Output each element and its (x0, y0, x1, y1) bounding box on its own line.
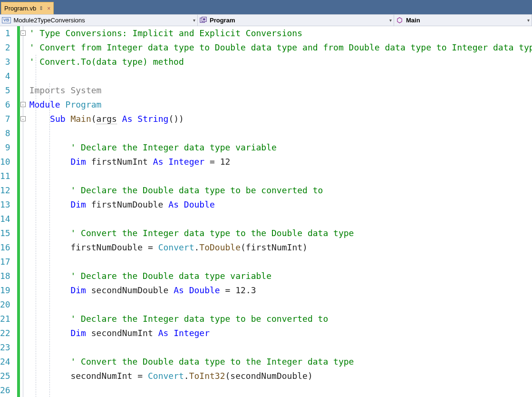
code-navigation-bar: VB Module2TypeConversions ▾ Program ▾ Ma… (0, 14, 532, 26)
code-line[interactable]: ' Declare the Double data type variable (29, 269, 532, 283)
vb-file-icon: VB (2, 17, 11, 23)
code-line[interactable]: Module Program (29, 98, 532, 112)
pin-icon[interactable]: ⇕ (39, 5, 43, 11)
outline-toggle[interactable]: - (20, 102, 26, 107)
line-number: 24 (0, 355, 10, 369)
code-line[interactable]: ' Declare the Integer data type variable (29, 140, 532, 155)
code-line[interactable]: ' Convert from Integer data type to Doub… (29, 40, 532, 55)
nav-class-dropdown[interactable]: Program ▾ (198, 15, 394, 26)
code-line[interactable]: ' Type Conversions: Implicit and Explici… (29, 26, 532, 40)
code-line[interactable]: ' Declare the Double data type to be con… (29, 183, 532, 198)
code-line[interactable] (29, 255, 532, 269)
line-number: 14 (0, 212, 10, 226)
line-number: 21 (0, 312, 10, 326)
line-number: 8 (0, 126, 10, 140)
nav-member-dropdown[interactable]: Main ▾ (394, 15, 532, 26)
code-line[interactable] (29, 126, 532, 140)
line-number: 20 (0, 298, 10, 312)
line-number: 9 (0, 140, 10, 155)
method-icon (396, 17, 403, 24)
line-number: 22 (0, 326, 10, 340)
line-number: 26 (0, 383, 10, 397)
code-line[interactable]: ' Convert the Integer data type to the D… (29, 226, 532, 240)
tab-filename: Program.vb (4, 5, 36, 12)
line-number: 1 (0, 26, 10, 40)
outline-toggle[interactable]: - (20, 30, 26, 36)
code-line[interactable]: Dim firstNumDouble As Double (29, 198, 532, 212)
code-line[interactable] (29, 169, 532, 183)
line-number: 15 (0, 226, 10, 240)
chevron-down-icon: ▾ (387, 18, 392, 23)
code-line[interactable] (29, 298, 532, 312)
code-line[interactable]: Sub Main(args As String()) (29, 112, 532, 126)
line-number: 25 (0, 369, 10, 383)
code-line[interactable] (29, 383, 532, 397)
line-number: 23 (0, 340, 10, 355)
line-number-gutter: 1234567891011121314151617181920212223242… (0, 26, 17, 397)
nav-project-dropdown[interactable]: VB Module2TypeConversions ▾ (0, 15, 198, 26)
chevron-down-icon: ▾ (524, 18, 530, 23)
code-line[interactable] (29, 340, 532, 355)
code-line[interactable] (29, 212, 532, 226)
svg-rect-2 (203, 18, 205, 20)
code-line[interactable]: secondNumInt = Convert.ToInt32(secondNum… (29, 369, 532, 383)
line-number: 7 (0, 112, 10, 126)
document-tabstrip: Program.vb ⇕ × (0, 0, 532, 14)
code-line[interactable]: ' Convert the Double data type to the In… (29, 355, 532, 369)
outlining-margin: --- (20, 26, 28, 397)
code-editor[interactable]: 1234567891011121314151617181920212223242… (0, 26, 532, 397)
outline-toggle[interactable]: - (20, 116, 26, 121)
line-number: 16 (0, 240, 10, 255)
close-icon[interactable]: × (47, 5, 50, 12)
module-icon (200, 17, 207, 24)
line-number: 6 (0, 98, 10, 112)
code-line[interactable]: Dim secondNumDouble As Double = 12.3 (29, 283, 532, 298)
nav-project-label: Module2TypeConversions (14, 17, 85, 24)
line-number: 19 (0, 283, 10, 298)
line-number: 12 (0, 183, 10, 198)
nav-member-label: Main (406, 17, 420, 24)
line-number: 13 (0, 198, 10, 212)
code-text-area[interactable]: ' Type Conversions: Implicit and Explici… (17, 26, 532, 397)
line-number: 18 (0, 269, 10, 283)
nav-class-label: Program (210, 17, 235, 24)
tab-program-vb[interactable]: Program.vb ⇕ × (1, 2, 54, 14)
code-line[interactable] (29, 69, 532, 83)
code-line[interactable]: Imports System (29, 83, 532, 98)
line-number: 17 (0, 255, 10, 269)
code-line[interactable]: Dim secondNumInt As Integer (29, 326, 532, 340)
line-number: 2 (0, 40, 10, 55)
line-number: 11 (0, 169, 10, 183)
code-line[interactable]: firstNumDouble = Convert.ToDouble(firstN… (29, 240, 532, 255)
code-line[interactable]: ' Convert.To(data type) method (29, 55, 532, 69)
line-number: 3 (0, 55, 10, 69)
code-line[interactable]: Dim firstNumInt As Integer = 12 (29, 155, 532, 169)
chevron-down-icon: ▾ (190, 18, 195, 23)
line-number: 10 (0, 155, 10, 169)
line-number: 4 (0, 69, 10, 83)
code-line[interactable]: ' Declare the Integer data type to be co… (29, 312, 532, 326)
line-number: 5 (0, 83, 10, 98)
